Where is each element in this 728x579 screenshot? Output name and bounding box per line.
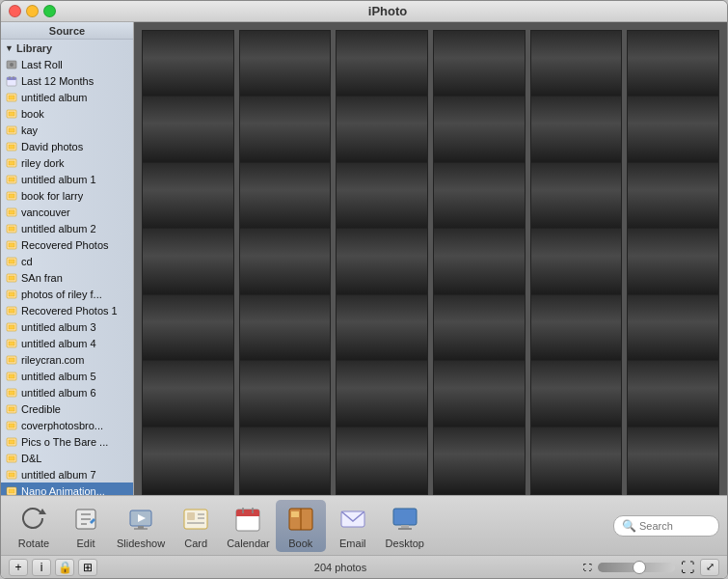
sidebar-item-rileycran[interactable]: rileycran.com [1,351,133,368]
sidebar-item-san-fran[interactable]: SAn fran [1,269,133,286]
svg-point-232 [384,318,393,323]
sidebar-item-untitled-album-0[interactable]: untitled album [1,89,133,105]
sidebar-item-photos-riley[interactable]: photos of riley f... [1,286,133,302]
sidebar-item-untitled-album-2[interactable]: untitled album 2 [1,220,133,236]
photo-thumb-11[interactable] [627,96,719,165]
lock-button[interactable]: 🔒 [55,559,74,576]
photo-thumb-40[interactable] [530,427,623,495]
info-button[interactable]: i [32,559,51,576]
photo-thumb-6[interactable] [142,96,234,165]
photo-thumb-19[interactable] [239,228,332,297]
photo-thumb-22[interactable] [530,228,623,297]
search-box[interactable]: 🔍 [613,515,719,537]
photo-thumb-1[interactable] [239,30,332,99]
slideshow-toolbar-button[interactable]: Slideshow [113,500,169,552]
photo-thumb-32[interactable] [336,360,428,429]
photo-thumb-12[interactable] [142,162,234,232]
svg-point-244 [579,318,588,323]
sidebar-item-cd[interactable]: cd [1,253,133,269]
photo-thumb-41[interactable] [627,427,719,495]
sidebar-item-untitled-album-7[interactable]: untitled album 7 [1,466,133,482]
sidebar-item-book[interactable]: book [1,105,133,122]
photo-thumb-24[interactable] [142,294,234,364]
photo-thumb-34[interactable] [530,360,623,429]
edit-toolbar-button[interactable]: Edit [61,500,111,552]
svg-rect-132 [531,96,620,164]
photo-thumb-29[interactable] [627,294,719,364]
sidebar-item-untitled-album-1[interactable]: untitled album 1 [1,171,133,187]
svg-point-279 [554,388,598,398]
photo-thumb-33[interactable] [433,360,526,429]
photo-grid[interactable] [134,22,727,495]
sidebar-item-kay[interactable]: kay [1,122,133,138]
photo-thumb-37[interactable] [239,427,332,495]
photo-thumb-16[interactable] [530,162,623,232]
rotate-toolbar-button[interactable]: Rotate [9,500,59,552]
rotate-icon [17,503,50,536]
sidebar-item-untitled-album-4[interactable]: untitled album 4 [1,335,133,351]
photo-thumb-18[interactable] [142,228,234,297]
search-input[interactable] [639,520,716,532]
photo-thumb-30[interactable] [142,360,234,429]
sidebar-item-vancouver[interactable]: vancouver [1,204,133,220]
sidebar-scroll[interactable]: ▼ Library Last RollLast 12 Monthsuntitle… [1,40,133,495]
add-button[interactable]: + [9,559,28,576]
svg-rect-318 [629,427,717,495]
photo-thumb-31[interactable] [239,360,332,429]
photo-thumb-23[interactable] [627,228,719,297]
photo-thumb-2[interactable] [336,30,428,99]
desktop-toolbar-button[interactable]: Desktop [380,500,430,552]
photo-thumb-3[interactable] [433,30,526,99]
photo-thumb-13[interactable] [239,162,332,232]
card-toolbar-button[interactable]: Card [171,500,221,552]
svg-rect-47 [9,424,14,427]
photo-thumb-14[interactable] [336,162,428,232]
sidebar-item-untitled-album-3[interactable]: untitled album 3 [1,318,133,335]
sidebar-item-pics-o-the-bare[interactable]: Pics o The Bare ... [1,433,133,450]
calendar-toolbar-button[interactable]: Calendar [223,500,274,552]
sidebar-item-coverphotos[interactable]: coverphotosbro... [1,417,133,433]
svg-point-124 [384,121,393,125]
item-icon-david-photos [5,140,18,153]
photo-thumb-20[interactable] [336,228,428,297]
photo-thumb-25[interactable] [239,294,332,364]
book-toolbar-button[interactable]: Book [276,500,326,552]
photo-thumb-39[interactable] [433,427,526,495]
photo-thumb-36[interactable] [142,427,234,495]
sidebar-item-recovered-photos-1[interactable]: Recovered Photos 1 [1,302,133,318]
grid-button[interactable]: ⊞ [78,559,97,576]
photo-thumb-8[interactable] [336,96,428,165]
photo-thumb-28[interactable] [530,294,623,364]
sidebar-item-last-roll[interactable]: Last Roll [1,56,133,72]
photo-thumb-38[interactable] [336,427,428,495]
sidebar-item-last-12[interactable]: Last 12 Months [1,72,133,89]
photo-thumb-7[interactable] [239,96,332,165]
sidebar-item-recovered-photos[interactable]: Recovered Photos [1,236,133,253]
maximize-button[interactable] [43,5,56,17]
photo-thumb-35[interactable] [627,360,719,429]
email-toolbar-button[interactable]: Email [328,500,378,552]
sidebar-item-nano-animation[interactable]: Nano Animation... [1,482,133,495]
photo-thumb-5[interactable] [627,30,719,99]
expand-button[interactable]: ⤢ [700,559,719,576]
photo-thumb-4[interactable] [530,30,623,99]
svg-point-191 [287,265,297,270]
sidebar-item-untitled-album-5[interactable]: untitled album 5 [1,368,133,384]
sidebar-item-book-for-larry[interactable]: book for larry [1,187,133,204]
photo-thumb-9[interactable] [433,96,526,165]
photo-thumb-21[interactable] [433,228,526,297]
minimize-button[interactable] [26,5,39,17]
photo-thumb-10[interactable] [530,96,623,165]
sidebar-item-credible[interactable]: Credible [1,400,133,417]
photo-thumb-26[interactable] [336,294,428,364]
photo-thumb-17[interactable] [627,162,719,232]
sidebar-item-untitled-album-6[interactable]: untitled album 6 [1,384,133,400]
close-button[interactable] [9,5,21,17]
photo-thumb-15[interactable] [433,162,526,232]
photo-thumb-27[interactable] [433,294,526,364]
sidebar-item-riley-dork[interactable]: riley dork [1,154,133,171]
size-slider[interactable] [598,563,675,572]
sidebar-item-dl[interactable]: D&L [1,450,133,466]
photo-thumb-0[interactable] [142,30,234,99]
sidebar-item-david-photos[interactable]: David photos [1,138,133,154]
